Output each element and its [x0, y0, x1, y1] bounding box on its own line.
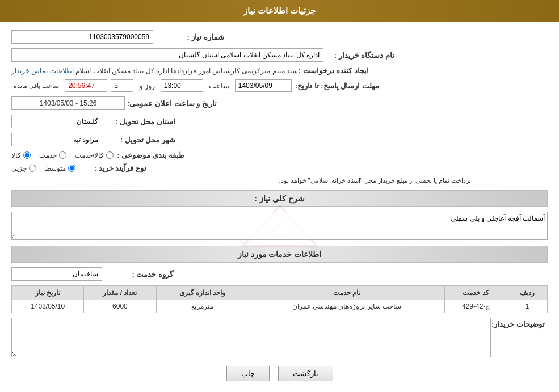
cell-tarikh: 1403/05/10	[12, 300, 84, 313]
service-section-title: اطلاعات خدمات مورد نیاز	[11, 246, 548, 263]
nav-farayand-radio-group: متوسط جزیی	[11, 165, 75, 172]
ijad-row: ایجاد کننده درخواست : سید میثم میرکریمی …	[11, 66, 548, 75]
cell-tedad: 6000	[84, 300, 156, 313]
nav-farayand-row: نوع فرآیند خرید : متوسط جزیی	[11, 164, 548, 172]
shomara-row: شماره نیاز :	[11, 30, 548, 44]
radio-kala-khedmat[interactable]: کالا/خدمت	[75, 151, 114, 159]
content-area: شماره نیاز : نام دستگاه خریدار : ایجاد ک…	[0, 22, 559, 392]
table-row: 1ج-42-429ساخت سایر پروژه‌های مهندسی عمرا…	[12, 300, 548, 313]
ostan-label: استان محل تحویل :	[104, 117, 178, 126]
sharh-row: AharTender.net آسفالت آفچه آغاجلی و بلی …	[11, 212, 548, 240]
page-wrapper: جزئیات اطلاعات نیاز شماره نیاز : نام دست…	[0, 0, 559, 392]
radio-jozi-label: جزیی	[11, 165, 27, 172]
ostan-row: استان محل تحویل :	[11, 115, 548, 128]
time-label: ساعت	[207, 82, 232, 90]
radio-kala-khedmat-label: کالا/خدمت	[75, 151, 104, 159]
radio-kala-khedmat-input[interactable]	[106, 151, 114, 159]
aalan-row: تاریخ و ساعت اعلان عمومی: 1403/05/03 - 1…	[11, 96, 548, 110]
deadline-time-input[interactable]	[161, 79, 203, 92]
deadline-date-input[interactable]	[235, 79, 292, 92]
tozihat-row: توضیحات خریدار:	[11, 318, 548, 357]
aalan-label: تاریخ و ساعت اعلان عمومی:	[127, 99, 220, 108]
radio-khedmat-input[interactable]	[59, 151, 66, 159]
tozihat-label: توضیحات خریدار:	[491, 318, 548, 328]
ijad-label: ایجاد کننده درخواست :	[298, 66, 372, 75]
cell-vahed: مترمربع	[156, 300, 249, 313]
section-sharh-label: شرح کلی نیاز :	[254, 194, 304, 203]
bottom-buttons: بازگشت چاپ	[11, 366, 548, 390]
radio-motavas-input[interactable]	[68, 165, 75, 172]
service-table-body: 1ج-42-429ساخت سایر پروژه‌های مهندسی عمرا…	[12, 300, 548, 313]
radio-jozi[interactable]: جزیی	[11, 165, 36, 172]
radio-khedmat[interactable]: خدمت	[39, 151, 66, 159]
deadline-remaining-input	[65, 79, 107, 92]
deadline-row: مهلت ارسال پاسخ: تا تاریخ: ساعت روز و سا…	[11, 79, 548, 92]
aalan-value: 1403/05/03 - 15:26	[11, 96, 125, 110]
nav-farayand-label: نوع فرآیند خرید :	[75, 164, 149, 172]
radio-motavas-label: متوسط	[45, 165, 66, 172]
shomara-label: شماره نیاز :	[153, 33, 227, 41]
service-table: ردیف کد خدمت نام حدمت واحد اندازه گیری ت…	[11, 285, 548, 313]
shahr-row: شهر محل تحویل :	[11, 133, 548, 146]
radio-jozi-input[interactable]	[29, 165, 36, 172]
col-tedad: تعداد / مقدار	[84, 286, 156, 300]
contact-link[interactable]: اطلاعات تماس خریدار	[11, 67, 74, 75]
tabaghe-label: طبقه بندی موضوعی :	[114, 151, 187, 159]
page-header: جزئیات اطلاعات نیاز	[0, 0, 559, 22]
shahr-label: شهر محل تحویل :	[104, 136, 178, 144]
dasgah-label: نام دستگاه خریدار :	[323, 51, 397, 60]
shomara-input[interactable]	[11, 30, 153, 44]
col-vahed: واحد اندازه گیری	[156, 286, 249, 300]
tozihat-textarea[interactable]	[11, 318, 491, 357]
print-button[interactable]: چاپ	[226, 366, 270, 381]
col-tarikh: تاریخ نیاز	[12, 286, 84, 300]
col-code: کد خدمت	[445, 286, 507, 300]
col-name: نام حدمت	[249, 286, 445, 300]
remaining-label: ساعت باقی مانده	[11, 82, 61, 90]
tabaghe-radio-group: کالا/خدمت خدمت کالا	[11, 151, 114, 159]
cell-radif: 1	[507, 300, 547, 313]
gorohe-row: گروه خدمت :	[11, 267, 548, 281]
shahr-input[interactable]	[11, 133, 102, 146]
radio-kala-label: کالا	[11, 151, 21, 159]
tabaghe-row: طبقه بندی موضوعی : کالا/خدمت خدمت کالا	[11, 151, 548, 159]
sharh-textarea[interactable]: آسفالت آفچه آغاجلی و بلی سفلی	[11, 212, 548, 240]
radio-kala-input[interactable]	[23, 151, 31, 159]
day-label: روز و	[137, 82, 157, 90]
dasgah-row: نام دستگاه خریدار :	[11, 48, 548, 62]
radio-kala[interactable]: کالا	[11, 151, 31, 159]
cell-name: ساخت سایر پروژه‌های مهندسی عمران	[249, 300, 445, 313]
cell-code: ج-42-429	[445, 300, 507, 313]
table-header-row: ردیف کد خدمت نام حدمت واحد اندازه گیری ت…	[12, 286, 548, 300]
ijad-value: سید میثم میرکریمی کارشناس امور قراردادها…	[75, 67, 298, 75]
back-button[interactable]: بازگشت	[278, 366, 333, 381]
deadline-label: مهلت ارسال پاسخ: تا تاریخ:	[295, 82, 382, 90]
gorohe-label: گروه خدمت :	[102, 270, 176, 279]
dasgah-input[interactable]	[11, 48, 323, 62]
deadline-days-input[interactable]	[111, 79, 133, 92]
header-title: جزئیات اطلاعات نیاز	[243, 6, 316, 15]
section-sharh-title: شرح کلی نیاز :	[11, 190, 548, 207]
radio-motavas[interactable]: متوسط	[45, 165, 75, 172]
ostan-input[interactable]	[11, 115, 102, 128]
gorohe-input[interactable]	[11, 267, 102, 281]
nav-farayand-note: پرداخت تمام یا بخشی از مبلغ خریدار محل "…	[11, 177, 548, 184]
col-radif: ردیف	[507, 286, 547, 300]
radio-khedmat-label: خدمت	[39, 151, 57, 159]
